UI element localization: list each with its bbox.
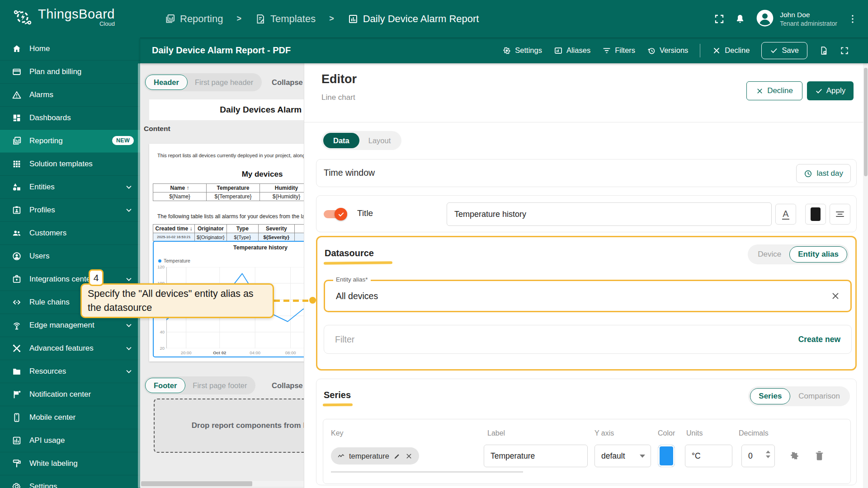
toggle-device[interactable]: Device <box>750 250 789 259</box>
sidebar-item-solution-templates[interactable]: Solution templates <box>0 153 140 176</box>
sidebar-item-dashboards[interactable]: Dashboards <box>0 107 140 130</box>
font-settings-button[interactable]: A <box>775 204 796 225</box>
report-page[interactable]: This report lists all devices currently … <box>149 144 304 361</box>
series-key-chip[interactable]: temperature <box>331 447 419 465</box>
sidebar-item-mobile-center[interactable]: Mobile center <box>0 406 140 429</box>
editor-apply-button[interactable]: Apply <box>807 81 854 100</box>
sidebar-item-profiles[interactable]: Profiles <box>0 199 140 222</box>
fullscreen-icon[interactable] <box>714 14 725 24</box>
doc-header-strip[interactable]: Daily Devices Alarm Report <box>149 99 304 120</box>
sidebar-item-resources[interactable]: Resources <box>0 360 140 383</box>
drop-zone[interactable]: Drop report components from here <box>154 399 304 453</box>
time-window-button[interactable]: last day <box>796 164 851 183</box>
notifications-bell-icon[interactable] <box>735 14 745 24</box>
sidebar-item-home[interactable]: Home <box>0 38 140 61</box>
stepper-arrows[interactable] <box>766 450 770 458</box>
sidebar-item-entities[interactable]: Entities <box>0 176 140 199</box>
units-input[interactable]: °C <box>685 445 732 467</box>
sidebar-item-white-labeling[interactable]: White labeling <box>0 452 140 475</box>
sidebar-item-plan-and-billing[interactable]: Plan and billing <box>0 61 140 84</box>
divider <box>304 122 868 122</box>
y-axis-value: default <box>601 451 625 461</box>
breadcrumb-templates[interactable]: Templates <box>255 13 316 25</box>
settings-button[interactable]: Settings <box>502 46 542 55</box>
toggle-comparison[interactable]: Comparison <box>790 392 848 401</box>
sidebar-item-advanced-features[interactable]: Advanced features <box>0 337 140 360</box>
templates-icon <box>255 14 266 24</box>
series-label-input[interactable]: Temperature <box>484 445 588 467</box>
folder-icon <box>12 366 22 376</box>
versions-button[interactable]: Versions <box>647 46 688 55</box>
toolbar-divider <box>700 44 700 57</box>
y-tick-label: 20 <box>154 346 165 351</box>
sidebar-item-settings[interactable]: Settings <box>0 475 140 488</box>
generate-report-icon[interactable] <box>819 46 828 55</box>
grid-icon <box>12 159 22 169</box>
breadcrumb-label: Reporting <box>180 13 223 25</box>
tab-layout[interactable]: Layout <box>359 136 400 145</box>
sidebar-item-reporting[interactable]: Reporting NEW <box>0 130 140 153</box>
series-table: Key Label Y axis Color Units Decimals te… <box>323 419 851 484</box>
increment-icon[interactable] <box>766 450 770 453</box>
scrollbar-thumb[interactable] <box>141 481 252 486</box>
remove-icon[interactable] <box>405 452 413 460</box>
breadcrumb-reporting[interactable]: Reporting <box>165 13 223 25</box>
table-header-row: Name ↑ Temperature Humidity <box>153 184 304 192</box>
sidebar-item-api-usage[interactable]: API usage <box>0 429 140 452</box>
create-new-link[interactable]: Create new <box>798 325 840 353</box>
breadcrumb-report[interactable]: Daily Device Alarm Report <box>348 13 479 25</box>
save-button[interactable]: Save <box>761 42 807 59</box>
sidebar-scrollbar[interactable] <box>138 63 140 488</box>
toggle-entity-alias[interactable]: Entity alias <box>789 246 847 263</box>
sidebar-item-notification-center[interactable]: Notification center <box>0 383 140 406</box>
delete-series-button[interactable] <box>814 450 825 463</box>
column-header-label: Label <box>487 429 505 437</box>
tab-header[interactable]: Header <box>145 75 188 90</box>
title-input[interactable]: Temperature history <box>447 202 772 226</box>
font-icon: A <box>782 209 789 220</box>
sidebar-item-label: Entities <box>29 183 55 192</box>
text-align-button[interactable] <box>830 204 850 225</box>
sidebar-item-alarms[interactable]: Alarms <box>0 84 140 107</box>
collapse-footer-button[interactable]: Collapse <box>272 381 303 390</box>
tab-first-page-header[interactable]: First page header <box>188 78 260 87</box>
sidebar-item-customers[interactable]: Customers <box>0 222 140 245</box>
column-header: Created time ↓ <box>153 225 195 233</box>
scrollbar-thumb[interactable] <box>864 68 868 176</box>
filter-field[interactable]: Filter Create new <box>324 325 852 354</box>
thingsboard-logo[interactable]: ThingsBoard Cloud <box>12 6 115 28</box>
horizontal-scrollbar[interactable] <box>140 481 304 487</box>
collapse-header-button[interactable]: Collapse <box>272 78 303 87</box>
tab-footer[interactable]: Footer <box>145 378 185 393</box>
tab-data[interactable]: Data <box>323 133 359 148</box>
decrement-icon[interactable] <box>766 455 770 458</box>
title-toggle[interactable] <box>324 208 347 220</box>
entity-alias-field[interactable]: Entity alias* All devices <box>324 280 852 312</box>
clear-icon[interactable] <box>830 291 840 301</box>
toggle-series[interactable]: Series <box>750 388 790 404</box>
decimals-stepper[interactable]: 0 <box>741 445 775 467</box>
editor-decline-button[interactable]: Decline <box>746 81 802 100</box>
column-header: Name ↑ <box>153 184 207 192</box>
close-icon <box>756 87 764 95</box>
filters-button[interactable]: Filters <box>602 46 635 55</box>
title-color-button[interactable] <box>805 204 826 225</box>
y-axis-select[interactable]: default <box>594 445 651 467</box>
kebab-menu-icon[interactable] <box>847 14 858 24</box>
vertical-scrollbar[interactable] <box>863 63 868 488</box>
mobile-icon <box>12 413 22 422</box>
sidebar-item-users[interactable]: Users <box>0 245 140 268</box>
breadcrumb-label: Daily Device Alarm Report <box>363 13 479 25</box>
series-settings-button[interactable] <box>789 450 800 463</box>
reporting-icon <box>165 14 175 24</box>
aliases-button[interactable]: Aliases <box>554 46 590 55</box>
tab-first-page-footer[interactable]: First page footer <box>185 381 254 390</box>
breadcrumb-label: Templates <box>270 13 316 25</box>
fullscreen-icon[interactable] <box>840 46 849 55</box>
edit-pencil-icon[interactable] <box>393 452 401 460</box>
sidebar-item-label: Home <box>29 44 50 53</box>
series-color-swatch[interactable] <box>658 445 675 467</box>
decline-button[interactable]: Decline <box>712 46 750 55</box>
devices-table: Name ↑ Temperature Humidity ${Name} ${Te… <box>153 183 304 201</box>
user-menu[interactable]: John Doe Tenant administrator <box>755 9 837 29</box>
